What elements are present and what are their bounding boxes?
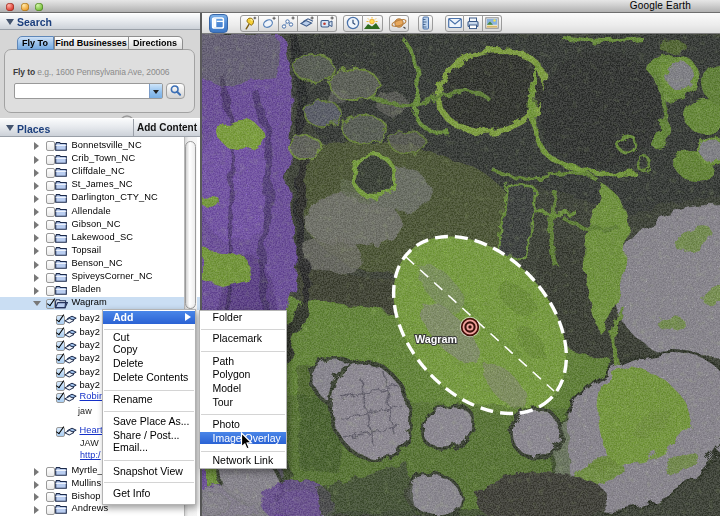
svg-text:Wagram: Wagram (415, 333, 457, 345)
